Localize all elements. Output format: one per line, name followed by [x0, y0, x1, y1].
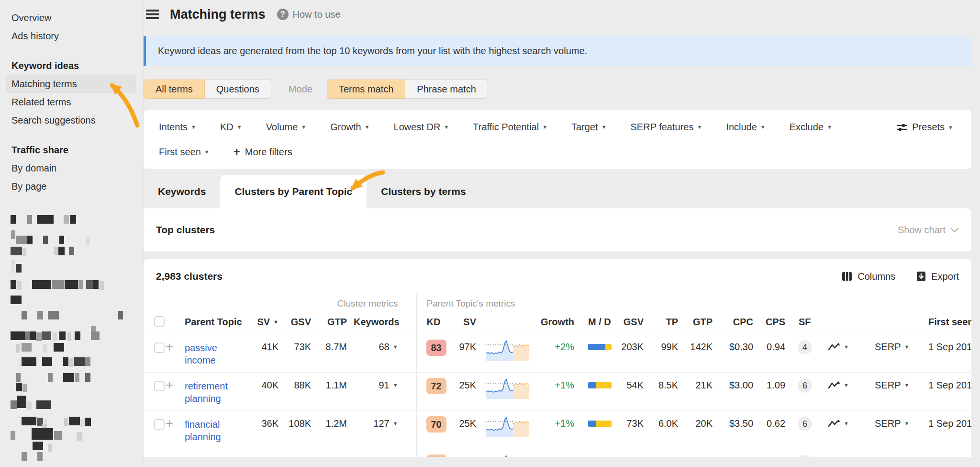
segmented-controls: All terms Questions Mode Terms match Phr…: [144, 80, 971, 99]
trend-dropdown[interactable]: ▼: [818, 449, 866, 457]
row-checkbox[interactable]: [154, 342, 165, 353]
how-to-use-link[interactable]: ? How to use: [277, 9, 341, 20]
serp-dropdown[interactable]: SERP▼: [866, 372, 919, 410]
all-terms-button[interactable]: All terms: [144, 80, 205, 99]
keywords-dropdown[interactable]: 127▼: [354, 410, 416, 449]
col-sf[interactable]: SF: [792, 311, 818, 334]
col-parent-topic[interactable]: Parent Topic: [185, 311, 256, 334]
chevron-down-icon: ▼: [844, 382, 849, 388]
more-filters-button[interactable]: +More filters: [234, 145, 292, 159]
col-md[interactable]: M / D: [579, 311, 617, 334]
tab-keywords[interactable]: Keywords: [144, 175, 220, 208]
parent-topic-link[interactable]: financial planning: [185, 418, 237, 443]
col-growth[interactable]: Growth: [540, 311, 579, 334]
col-sv-sort[interactable]: SV▼: [256, 311, 285, 334]
view-tabs: Keywords Clusters by Parent Topic Cluste…: [144, 175, 971, 208]
export-button[interactable]: Export: [916, 271, 959, 282]
filter-target[interactable]: Target▼: [571, 122, 606, 133]
trend-sparkline: [486, 339, 530, 361]
chevron-down-icon: ▼: [444, 124, 449, 130]
expand-plus-icon[interactable]: +: [166, 416, 173, 431]
trend-dropdown[interactable]: ▼: [818, 334, 866, 372]
first-seen-value: 1 Sep 2015: [919, 372, 971, 410]
row-checkbox[interactable]: [154, 381, 165, 391]
questions-button[interactable]: Questions: [205, 80, 271, 99]
clusters-table: Cluster metrics Parent Topic's metrics P…: [144, 294, 971, 457]
serp-dropdown[interactable]: SERP▼: [866, 334, 919, 372]
phrase-match-button[interactable]: Phrase match: [405, 80, 488, 99]
col-gtp[interactable]: GTP: [318, 311, 354, 334]
keywords-dropdown[interactable]: 68▼: [354, 334, 416, 372]
table-row: + financial planning 36K 108K 1.2M 127▼ …: [144, 410, 971, 449]
presets-button[interactable]: Presets▼: [896, 122, 953, 133]
serp-features-count-badge: 5: [798, 455, 812, 457]
mode-label: Mode: [289, 84, 312, 95]
cps-value: 1.09: [760, 372, 792, 410]
chevron-down-icon: ▼: [542, 124, 547, 130]
col-gsv[interactable]: GSV: [285, 311, 318, 334]
md-bar-blue: [588, 344, 605, 350]
tab-clusters-by-parent-topic[interactable]: Clusters by Parent Topic: [220, 175, 367, 208]
serp-dropdown[interactable]: SERP▼: [866, 410, 919, 449]
parent-topic-link[interactable]: passive income: [185, 342, 237, 366]
col-gtp2[interactable]: GTP: [685, 311, 719, 334]
expand-plus-icon[interactable]: +: [166, 340, 173, 354]
filters-panel: Intents▼ KD▼ Volume▼ Growth▼ Lowest DR▼ …: [144, 110, 971, 169]
col-keywords[interactable]: Keywords: [354, 311, 416, 334]
filter-first-seen[interactable]: First seen▼: [159, 147, 210, 158]
row-checkbox[interactable]: [154, 419, 165, 430]
mobile-desktop-bar: [588, 344, 612, 350]
filter-volume[interactable]: Volume▼: [266, 122, 307, 133]
keywords-dropdown[interactable]: 91▼: [354, 372, 416, 410]
keywords-dropdown[interactable]: 25▼: [354, 449, 416, 457]
cps-value: 0.94: [760, 334, 792, 372]
sv-value: 36K: [256, 410, 285, 449]
cpc-value: $3.50: [719, 410, 760, 449]
chevron-down-icon: ▼: [393, 421, 398, 426]
filter-growth[interactable]: Growth▼: [330, 122, 369, 133]
filter-lowest-dr[interactable]: Lowest DR▼: [394, 122, 449, 133]
filter-include[interactable]: Include▼: [726, 122, 765, 133]
cpc-value: $4.00: [719, 449, 760, 457]
expand-plus-icon[interactable]: +: [166, 378, 173, 392]
md-bar-yellow: [596, 421, 612, 427]
columns-button[interactable]: Columns: [842, 271, 895, 282]
tab-clusters-by-terms[interactable]: Clusters by terms: [367, 175, 480, 208]
filter-intents[interactable]: Intents▼: [159, 122, 196, 133]
parent-topic-link[interactable]: retirement planning: [185, 380, 237, 405]
chevron-down-icon: ▼: [948, 125, 953, 130]
filter-exclude[interactable]: Exclude▼: [790, 122, 832, 133]
table-row: + passive income 41K 73K 8.7M 68▼ 83 97K…: [144, 334, 971, 372]
gsv-value: 73K: [285, 334, 318, 372]
col-cpc[interactable]: CPC: [719, 311, 760, 334]
col-sv2[interactable]: SV: [452, 311, 483, 334]
filter-traffic-potential[interactable]: Traffic Potential▼: [473, 122, 547, 133]
chevron-down-icon: ▼: [904, 421, 910, 426]
col-kd[interactable]: KD: [416, 311, 452, 334]
growth-value: +1%: [540, 410, 579, 449]
trend-dropdown[interactable]: ▼: [818, 410, 866, 449]
filter-kd[interactable]: KD▼: [220, 122, 242, 133]
col-tp[interactable]: TP: [650, 311, 685, 334]
filter-serp-features[interactable]: SERP features▼: [631, 122, 702, 133]
parent-topic-link[interactable]: high yield: [185, 456, 237, 457]
col-gsv2[interactable]: GSV: [617, 311, 650, 334]
clusters-count: 2,983 clusters: [156, 271, 223, 282]
col-cps[interactable]: CPS: [760, 311, 792, 334]
plus-icon: +: [234, 145, 240, 158]
trend-dropdown[interactable]: ▼: [818, 372, 866, 410]
show-chart-toggle[interactable]: Show chart: [898, 225, 959, 236]
parent-gsv-value: 483K: [617, 449, 650, 457]
serp-dropdown[interactable]: SERP▼: [866, 449, 919, 457]
expand-plus-icon[interactable]: +: [166, 455, 173, 457]
sort-caret-icon: ▼: [273, 319, 278, 325]
tp-value: 99K: [650, 334, 685, 372]
select-all-checkbox[interactable]: [154, 316, 165, 327]
hamburger-menu-icon[interactable]: [146, 8, 159, 22]
col-first-seen[interactable]: First seen: [919, 311, 971, 334]
trend-sparkline: [486, 377, 530, 399]
terms-match-button[interactable]: Terms match: [327, 80, 405, 99]
chevron-down-icon: ▼: [393, 344, 398, 350]
first-seen-value: 1 Sep 2015: [919, 449, 971, 457]
main-content: Matching terms ? How to use Keyword idea…: [144, 0, 971, 457]
